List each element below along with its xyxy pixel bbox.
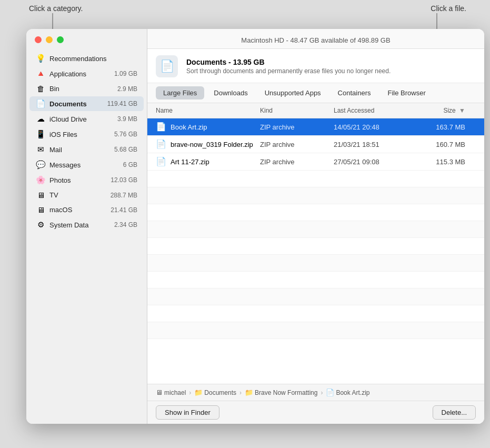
sidebar-label-icloud-drive: iCloud Drive	[49, 115, 113, 123]
breadcrumb-item-2: 📁 Brave Now Formatting	[245, 389, 317, 396]
breadcrumb-item-3: 📄 Book Art.zip	[326, 389, 369, 396]
sidebar-label-system-data: System Data	[49, 221, 110, 229]
sidebar-icon-bin: 🗑	[36, 84, 45, 93]
cell-kind-row-2: ZIP archive	[260, 141, 334, 148]
table-header: Name Kind Last Accessed Size ▼	[147, 103, 484, 118]
empty-row-3	[147, 221, 484, 238]
sidebar-item-documents[interactable]: 📄 Documents 119.41 GB	[29, 96, 144, 111]
tab-containers[interactable]: Containers	[331, 86, 378, 99]
empty-row-0	[147, 171, 484, 187]
table-row-row-2[interactable]: 📄 brave-now_0319 Folder.zip ZIP archive …	[147, 136, 484, 153]
empty-row-1	[147, 187, 484, 204]
main-content: Macintosh HD - 48.47 GB available of 498…	[147, 29, 484, 424]
tabs-bar: Large FilesDownloadsUnsupported AppsCont…	[147, 83, 484, 103]
sidebar-icon-photos: 🌸	[36, 175, 45, 185]
col-name: Name	[156, 105, 260, 116]
empty-row-5	[147, 255, 484, 272]
sidebar-label-messages: Messages	[49, 161, 119, 169]
sidebar-item-mail[interactable]: ✉ Mail 5.68 GB	[29, 142, 144, 157]
tab-large-files[interactable]: Large Files	[156, 86, 204, 99]
sidebar-size-bin: 2.9 MB	[117, 85, 137, 93]
cell-date-row-3: 27/05/21 09:08	[334, 158, 418, 166]
category-title: Documents - 13.95 GB	[186, 58, 391, 66]
main-window: 💡 Recommendations 🔺 Applications 1.09 GB…	[26, 29, 484, 424]
breadcrumb-label-2: Brave Now Formatting	[255, 389, 317, 396]
file-icon-row-1: 📄	[156, 122, 166, 132]
cell-name-row-3: 📄 Art 11-27.zip	[156, 156, 260, 167]
cell-name-text-row-2: brave-now_0319 Folder.zip	[171, 141, 253, 148]
col-last-accessed: Last Accessed	[334, 105, 418, 116]
close-button[interactable]	[35, 36, 42, 43]
sidebar-item-messages[interactable]: 💬 Messages 6 GB	[29, 157, 144, 172]
breadcrumb-label-3: Book Art.zip	[336, 389, 369, 396]
empty-rows	[147, 171, 484, 384]
cell-name-text-row-1: Book Art.zip	[171, 123, 207, 131]
sidebar-list: 💡 Recommendations 🔺 Applications 1.09 GB…	[26, 48, 147, 424]
sidebar-item-applications[interactable]: 🔺 Applications 1.09 GB	[29, 66, 144, 81]
sidebar-size-mail: 5.68 GB	[114, 146, 137, 153]
action-bar: Show in Finder Delete...	[147, 401, 484, 424]
breadcrumb-sep-2: ›	[321, 389, 323, 396]
sidebar-icon-icloud-drive: ☁	[36, 114, 45, 124]
delete-button[interactable]: Delete...	[433, 405, 476, 420]
annotation-click-file: Click a file.	[431, 4, 466, 13]
sidebar-item-bin[interactable]: 🗑 Bin 2.9 MB	[29, 82, 144, 96]
maximize-button[interactable]	[57, 36, 64, 43]
traffic-lights	[26, 29, 147, 48]
tab-unsupported-apps[interactable]: Unsupported Apps	[257, 86, 328, 99]
table-row-row-1[interactable]: 📄 Book Art.zip ZIP archive 14/05/21 20:4…	[147, 118, 484, 136]
sidebar-label-photos: Photos	[49, 176, 106, 184]
sidebar-icon-tv: 🖥	[36, 191, 45, 200]
cell-kind-row-1: ZIP archive	[260, 123, 334, 131]
sidebar-icon-mail: ✉	[36, 145, 45, 154]
sidebar-icon-applications: 🔺	[36, 69, 45, 78]
cell-date-row-2: 21/03/21 18:51	[334, 141, 418, 148]
sidebar-label-documents: Documents	[49, 100, 103, 108]
tab-file-browser[interactable]: File Browser	[380, 86, 433, 99]
tab-downloads[interactable]: Downloads	[206, 86, 255, 99]
minimize-button[interactable]	[46, 36, 53, 43]
col-size: Size ▼	[418, 105, 465, 116]
table-row-row-3[interactable]: 📄 Art 11-27.zip ZIP archive 27/05/21 09:…	[147, 153, 484, 171]
sidebar-item-tv[interactable]: 🖥 TV 288.7 MB	[29, 188, 144, 202]
empty-row-4	[147, 238, 484, 255]
sidebar-size-applications: 1.09 GB	[114, 70, 137, 77]
sidebar-icon-ios-files: 📱	[36, 130, 45, 139]
empty-row-7	[147, 288, 484, 305]
category-header: 📄 Documents - 13.95 GB Sort through docu…	[147, 49, 484, 83]
breadcrumb-label-0: michael	[164, 389, 186, 396]
breadcrumb-item-1: 📁 Documents	[194, 389, 236, 396]
sidebar-size-icloud-drive: 3.9 MB	[117, 115, 137, 123]
sidebar-item-recommendations[interactable]: 💡 Recommendations	[29, 51, 144, 66]
cell-name-text-row-3: Art 11-27.zip	[171, 158, 209, 166]
breadcrumb-sep-1: ›	[239, 389, 242, 396]
sidebar-item-macos[interactable]: 🖥 macOS 21.41 GB	[29, 203, 144, 217]
sidebar-icon-recommendations: 💡	[36, 54, 45, 63]
breadcrumb-icon-3: 📄	[326, 389, 334, 396]
file-icon-row-3: 📄	[156, 156, 166, 167]
sidebar-label-ios-files: iOS Files	[49, 131, 110, 138]
sidebar-item-ios-files[interactable]: 📱 iOS Files 5.76 GB	[29, 127, 144, 142]
sidebar-item-icloud-drive[interactable]: ☁ iCloud Drive 3.9 MB	[29, 112, 144, 126]
show-in-finder-button[interactable]: Show in Finder	[156, 405, 219, 420]
disk-info: Macintosh HD - 48.47 GB available of 498…	[147, 29, 484, 49]
category-icon: 📄	[156, 55, 178, 77]
cell-name-row-2: 📄 brave-now_0319 Folder.zip	[156, 139, 260, 150]
col-kind: Kind	[260, 105, 334, 116]
sidebar: 💡 Recommendations 🔺 Applications 1.09 GB…	[26, 29, 147, 424]
sidebar-icon-system-data: ⚙	[36, 220, 45, 230]
breadcrumb-icon-0: 🖥	[156, 389, 163, 396]
sidebar-item-photos[interactable]: 🌸 Photos 12.03 GB	[29, 173, 144, 187]
cell-size-row-2: 160.7 MB	[418, 141, 465, 148]
cell-name-row-1: 📄 Book Art.zip	[156, 122, 260, 132]
sidebar-label-bin: Bin	[49, 85, 113, 93]
breadcrumb-item-0: 🖥 michael	[156, 389, 186, 396]
sidebar-size-documents: 119.41 GB	[107, 100, 137, 107]
sidebar-item-system-data[interactable]: ⚙ System Data 2.34 GB	[29, 217, 144, 232]
sidebar-icon-documents: 📄	[36, 99, 45, 108]
col-actions	[465, 105, 476, 116]
cell-kind-row-3: ZIP archive	[260, 158, 334, 166]
sidebar-size-ios-files: 5.76 GB	[114, 131, 137, 138]
sidebar-size-messages: 6 GB	[123, 161, 137, 168]
empty-row-6	[147, 272, 484, 288]
